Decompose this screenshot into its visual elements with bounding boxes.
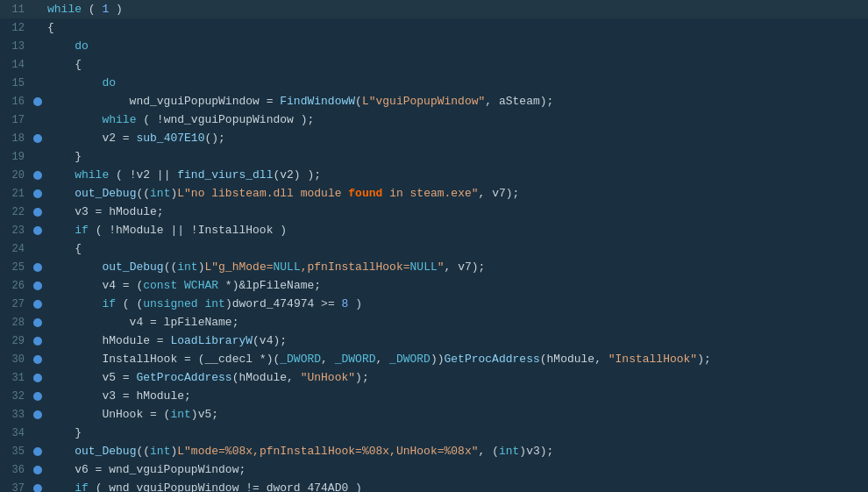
table-row: 28 v4 = lpFileName; (0, 313, 868, 332)
table-row: 21 out_Debug((int)L"no libsteam.dll modu… (0, 184, 868, 203)
table-row: 13 do (0, 37, 868, 55)
table-row: 24 { (0, 239, 868, 258)
line-number: 18 (0, 132, 33, 145)
code-content: v6 = wnd_vguiPopupWindow; (46, 463, 868, 476)
code-editor: 11while ( 1 )12{13 do14 {15 do16 wnd_vgu… (0, 0, 868, 492)
breakpoint-dot[interactable] (33, 116, 42, 125)
breakpoint-dot[interactable] (33, 208, 42, 217)
breakpoint-dot[interactable] (33, 447, 42, 456)
line-number: 25 (0, 261, 33, 274)
table-row: 18 v2 = sub_407E10(); (0, 129, 868, 147)
line-number: 26 (0, 280, 33, 292)
code-content: InstallHook = (__cdecl *)(_DWORD, _DWORD… (46, 353, 868, 366)
breakpoint-dot[interactable] (33, 466, 42, 474)
table-row: 11while ( 1 ) (0, 0, 868, 18)
code-content: wnd_vguiPopupWindow = FindWindowW(L"vgui… (46, 95, 868, 108)
table-row: 16 wnd_vguiPopupWindow = FindWindowW(L"v… (0, 92, 868, 111)
table-row: 22 v3 = hModule; (0, 203, 868, 221)
line-number: 24 (0, 243, 33, 255)
line-number: 36 (0, 464, 33, 476)
line-number: 32 (0, 390, 33, 403)
code-content: do (46, 76, 868, 89)
breakpoint-dot[interactable] (33, 318, 42, 327)
breakpoint-dot[interactable] (33, 374, 42, 382)
breakpoint-dot[interactable] (33, 410, 42, 419)
breakpoint-dot[interactable] (33, 153, 42, 161)
line-number: 11 (0, 4, 33, 16)
table-row: 17 while ( !wnd_vguiPopupWindow ); (0, 111, 868, 129)
code-content: do (46, 39, 868, 53)
table-row: 35 out_Debug((int)L"mode=%08x,pfnInstall… (0, 442, 868, 460)
code-content: while ( !v2 || find_viurs_dll(v2) ); (46, 168, 868, 182)
table-row: 12{ (0, 18, 868, 37)
code-content: while ( 1 ) (46, 3, 868, 16)
breakpoint-dot[interactable] (33, 79, 42, 88)
line-number: 35 (0, 446, 33, 458)
breakpoint-dot[interactable] (33, 337, 42, 346)
code-content: out_Debug((int)L"g_hMode=NULL,pfnInstall… (46, 260, 868, 274)
line-number: 27 (0, 298, 33, 310)
code-content: UnHook = (int)v5; (46, 408, 868, 421)
code-content: if ( !hModule || !InstallHook ) (46, 224, 868, 237)
breakpoint-dot[interactable] (33, 134, 42, 143)
line-number: 13 (0, 40, 33, 53)
code-content: v5 = GetProcAddress(hModule, "UnHook"); (46, 371, 868, 384)
code-content: { (46, 58, 868, 71)
table-row: 23 if ( !hModule || !InstallHook ) (0, 221, 868, 239)
line-number: 29 (0, 335, 33, 347)
table-row: 32 v3 = hModule; (0, 387, 868, 405)
breakpoint-dot[interactable] (33, 263, 42, 272)
code-content: v4 = lpFileName; (46, 316, 868, 329)
line-number: 37 (0, 482, 33, 493)
breakpoint-dot[interactable] (33, 189, 42, 198)
line-number: 19 (0, 151, 33, 163)
breakpoint-dot[interactable] (33, 429, 42, 438)
code-content: out_Debug((int)L"mode=%08x,pfnInstallHoo… (46, 445, 868, 458)
table-row: 33 UnHook = (int)v5; (0, 405, 868, 424)
breakpoint-dot[interactable] (33, 97, 42, 106)
breakpoint-dot[interactable] (33, 61, 42, 69)
line-number: 15 (0, 77, 33, 89)
line-number: 30 (0, 353, 33, 366)
code-content: v2 = sub_407E10(); (46, 132, 868, 145)
code-content: out_Debug((int)L"no libsteam.dll module … (46, 187, 868, 200)
breakpoint-dot[interactable] (33, 245, 42, 253)
line-number: 22 (0, 206, 33, 218)
code-content: if ( (unsigned int)dword_474974 >= 8 ) (46, 297, 868, 310)
table-row: 15 do (0, 74, 868, 92)
line-number: 16 (0, 96, 33, 108)
table-row: 30 InstallHook = (__cdecl *)(_DWORD, _DW… (0, 350, 868, 368)
code-content: v3 = hModule; (46, 389, 868, 403)
code-content: while ( !wnd_vguiPopupWindow ); (46, 113, 868, 126)
code-content: { (46, 242, 868, 255)
breakpoint-dot[interactable] (33, 282, 42, 290)
breakpoint-dot[interactable] (33, 300, 42, 309)
line-number: 20 (0, 169, 33, 182)
line-number: 12 (0, 22, 33, 34)
line-number: 17 (0, 114, 33, 126)
code-content: } (46, 150, 868, 163)
table-row: 27 if ( (unsigned int)dword_474974 >= 8 … (0, 295, 868, 313)
table-row: 36 v6 = wnd_vguiPopupWindow; (0, 460, 868, 479)
line-number: 31 (0, 372, 33, 384)
code-content: v4 = (const WCHAR *)&lpFileName; (46, 279, 868, 292)
breakpoint-dot[interactable] (33, 24, 42, 32)
table-row: 20 while ( !v2 || find_viurs_dll(v2) ); (0, 166, 868, 184)
table-row: 34 } (0, 424, 868, 442)
breakpoint-dot[interactable] (33, 5, 42, 14)
line-number: 28 (0, 317, 33, 329)
breakpoint-dot[interactable] (33, 42, 42, 51)
breakpoint-dot[interactable] (33, 171, 42, 180)
breakpoint-dot[interactable] (33, 484, 42, 493)
line-number: 21 (0, 188, 33, 200)
table-row: 25 out_Debug((int)L"g_hMode=NULL,pfnInst… (0, 258, 868, 276)
breakpoint-dot[interactable] (33, 226, 42, 235)
code-content: } (46, 426, 868, 439)
breakpoint-dot[interactable] (33, 355, 42, 364)
breakpoint-dot[interactable] (33, 392, 42, 401)
line-number: 14 (0, 59, 33, 71)
table-row: 19 } (0, 147, 868, 166)
table-row: 31 v5 = GetProcAddress(hModule, "UnHook"… (0, 368, 868, 387)
table-row: 14 { (0, 55, 868, 74)
table-row: 37 if ( wnd_vguiPopupWindow != dword_474… (0, 479, 868, 492)
